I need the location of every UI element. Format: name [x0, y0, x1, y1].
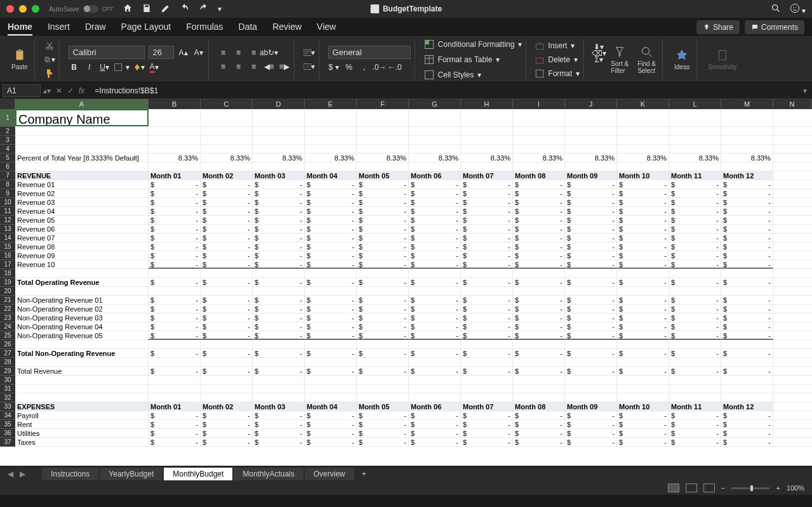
cell[interactable]: $-	[201, 367, 253, 375]
cell[interactable]: Revenue 09	[15, 251, 149, 260]
table-row[interactable]: Utilities$-$-$-$-$-$-$-$-$-$-$-$-	[15, 429, 812, 438]
cell[interactable]: $-	[357, 242, 409, 251]
cell[interactable]	[201, 287, 253, 295]
table-row[interactable]	[15, 340, 812, 349]
cell[interactable]: $-	[409, 438, 461, 446]
table-row[interactable]	[15, 136, 812, 145]
row-header[interactable]: 23	[0, 313, 15, 322]
cell[interactable]	[565, 385, 617, 393]
cell[interactable]: $-	[721, 180, 773, 188]
row-header[interactable]: 31	[0, 385, 15, 393]
cell[interactable]: $-	[305, 251, 357, 260]
conditional-formatting-button[interactable]: Conditional Formatting ▾	[424, 38, 522, 51]
cell[interactable]: $-	[669, 296, 721, 304]
cell[interactable]	[513, 376, 565, 384]
cell[interactable]: $-	[513, 438, 565, 446]
cell[interactable]: $-	[253, 198, 305, 206]
cell[interactable]	[565, 162, 617, 171]
cell[interactable]: $-	[201, 189, 253, 197]
cell[interactable]: $-	[617, 189, 669, 197]
cell[interactable]: $-	[617, 349, 669, 357]
cell[interactable]	[201, 145, 253, 153]
cell[interactable]	[669, 269, 721, 277]
cell[interactable]: $-	[565, 207, 617, 215]
cell[interactable]	[617, 358, 669, 366]
cell[interactable]	[15, 136, 149, 144]
cell[interactable]: $-	[669, 207, 721, 215]
cell[interactable]	[305, 287, 357, 295]
cell[interactable]: $-	[253, 225, 305, 233]
cell[interactable]: Revenue 02	[15, 189, 149, 197]
cell[interactable]: Rent	[15, 420, 149, 428]
cell[interactable]: $-	[305, 313, 357, 322]
table-row[interactable]	[15, 376, 812, 385]
cell[interactable]: $-	[149, 349, 201, 357]
column-header[interactable]: B	[149, 99, 201, 109]
cell[interactable]: $-	[201, 251, 253, 260]
cell[interactable]	[513, 145, 565, 153]
cell[interactable]: $-	[669, 225, 721, 233]
cell[interactable]	[721, 145, 773, 153]
cell[interactable]: 8.33%	[513, 154, 565, 162]
cell[interactable]: $-	[461, 313, 513, 322]
cell[interactable]: $-	[669, 180, 721, 188]
cell[interactable]: $-	[721, 207, 773, 215]
cell[interactable]	[669, 162, 721, 171]
table-row[interactable]: Payroll$-$-$-$-$-$-$-$-$-$-$-$-	[15, 411, 812, 420]
cell[interactable]	[461, 393, 513, 402]
cell[interactable]	[617, 136, 669, 144]
cell[interactable]	[461, 136, 513, 144]
cell[interactable]: Revenue 04	[15, 207, 149, 215]
cell[interactable]	[461, 127, 513, 135]
cell[interactable]	[201, 269, 253, 277]
delete-button[interactable]: Delete ▾	[535, 54, 580, 65]
cell[interactable]: Non-Operating Revenue 04	[15, 322, 149, 331]
cell[interactable]: $-	[253, 242, 305, 251]
cell[interactable]: Month 07	[461, 171, 513, 180]
sort-filter-button[interactable]: Sort & Filter	[608, 44, 631, 76]
format-button[interactable]: Format ▾	[535, 68, 580, 79]
cell[interactable]	[669, 393, 721, 402]
row-header[interactable]: 32	[0, 393, 15, 402]
cell[interactable]	[253, 109, 305, 126]
cell[interactable]: $-	[513, 349, 565, 357]
cell[interactable]: $-	[409, 296, 461, 304]
cell[interactable]	[305, 385, 357, 393]
cell[interactable]: $-	[305, 216, 357, 224]
cell[interactable]: $-	[305, 198, 357, 206]
cell[interactable]: Utilities	[15, 429, 149, 437]
cell[interactable]: $-	[461, 225, 513, 233]
cell[interactable]: $-	[513, 305, 565, 313]
cell[interactable]: $-	[305, 438, 357, 446]
decrease-decimal-icon[interactable]: ←.0	[389, 62, 401, 73]
clear-icon[interactable]: ⌫▾	[593, 48, 604, 59]
table-row[interactable]	[15, 127, 812, 136]
cell[interactable]: $-	[461, 367, 513, 375]
cell[interactable]: $-	[357, 322, 409, 331]
cell[interactable]: 8.33%	[201, 154, 253, 162]
page-layout-view-icon[interactable]	[686, 484, 697, 492]
cell[interactable]: $-	[409, 278, 461, 286]
cell[interactable]: $-	[617, 420, 669, 428]
cell[interactable]	[15, 340, 149, 348]
row-header[interactable]: 24	[0, 322, 15, 331]
decrease-indent-icon[interactable]: ◀≡	[263, 61, 275, 72]
cell[interactable]: $-	[461, 207, 513, 215]
cell[interactable]: Payroll	[15, 411, 149, 419]
align-right-icon[interactable]: ≡	[248, 61, 260, 72]
cell[interactable]: $-	[617, 429, 669, 437]
cell[interactable]: Month 05	[357, 402, 409, 411]
cell[interactable]: $-	[669, 278, 721, 286]
zoom-out-icon[interactable]: −	[721, 484, 725, 492]
cell[interactable]: $-	[617, 207, 669, 215]
cell[interactable]	[201, 162, 253, 171]
cell[interactable]: $-	[409, 349, 461, 357]
cell[interactable]: $-	[461, 331, 513, 339]
cell[interactable]: Non-Operating Revenue 03	[15, 313, 149, 322]
cell[interactable]: $-	[617, 367, 669, 375]
cell[interactable]: $-	[461, 251, 513, 260]
row-header[interactable]: 14	[0, 234, 15, 242]
cell[interactable]	[461, 287, 513, 295]
row-header[interactable]: 26	[0, 340, 15, 349]
cell[interactable]: $-	[461, 198, 513, 206]
